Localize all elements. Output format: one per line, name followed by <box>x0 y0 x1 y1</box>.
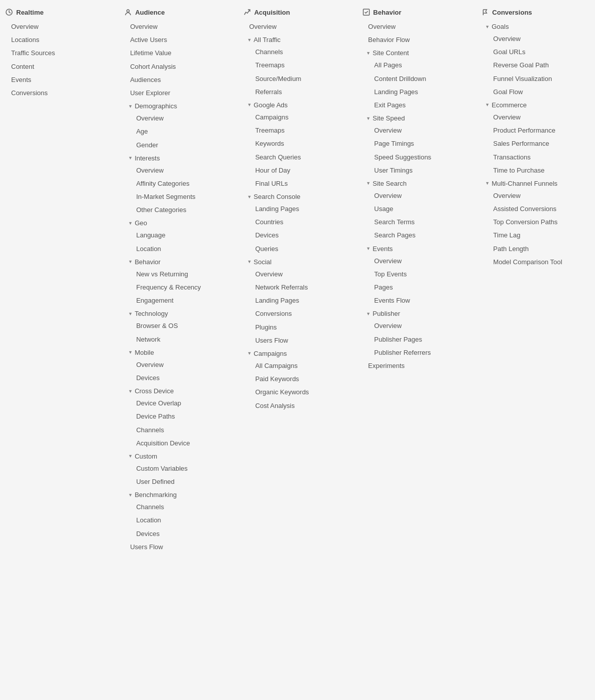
nav-item-publisher-referrers[interactable]: Publisher Referrers <box>362 346 471 359</box>
nav-item-model-comparison-tool[interactable]: Model Comparison Tool <box>481 256 590 269</box>
nav-item-top-events[interactable]: Top Events <box>362 268 471 281</box>
nav-item-user-explorer[interactable]: User Explorer <box>124 87 233 100</box>
subheader-behavior[interactable]: ▼Behavior <box>124 256 233 268</box>
nav-item-overview[interactable]: Overview <box>124 20 233 33</box>
nav-item-user-defined[interactable]: User Defined <box>124 475 233 488</box>
nav-item-affinity-categories[interactable]: Affinity Categories <box>124 177 233 190</box>
nav-item-treemaps[interactable]: Treemaps <box>243 124 352 137</box>
nav-item-content[interactable]: Content <box>5 60 114 73</box>
nav-item-locations[interactable]: Locations <box>5 33 114 47</box>
header-behavior[interactable]: Behavior <box>362 5 471 20</box>
nav-item-search-queries[interactable]: Search Queries <box>243 151 352 164</box>
nav-item-conversions[interactable]: Conversions <box>243 307 352 320</box>
nav-item-device-paths[interactable]: Device Paths <box>124 410 233 423</box>
subheader-cross-device[interactable]: ▼Cross Device <box>124 385 233 397</box>
subheader-technology[interactable]: ▼Technology <box>124 307 233 319</box>
nav-item-channels[interactable]: Channels <box>243 46 352 59</box>
nav-item-overview[interactable]: Overview <box>362 319 471 333</box>
nav-item-keywords[interactable]: Keywords <box>243 137 352 150</box>
nav-item-users-flow[interactable]: Users Flow <box>243 334 352 347</box>
nav-item-search-pages[interactable]: Search Pages <box>362 229 471 242</box>
nav-item-referrals[interactable]: Referrals <box>243 86 352 99</box>
nav-item-in-market-segments[interactable]: In-Market Segments <box>124 190 233 203</box>
nav-item-hour-of-day[interactable]: Hour of Day <box>243 164 352 177</box>
nav-item-events[interactable]: Events <box>5 73 114 87</box>
nav-item-goal-urls[interactable]: Goal URLs <box>481 46 590 59</box>
subheader-geo[interactable]: ▼Geo <box>124 217 233 229</box>
nav-item-queries[interactable]: Queries <box>243 242 352 256</box>
nav-item-experiments[interactable]: Experiments <box>362 359 471 373</box>
nav-item-overview[interactable]: Overview <box>481 32 590 46</box>
nav-item-transactions[interactable]: Transactions <box>481 151 590 164</box>
subheader-search-console[interactable]: ▼Search Console <box>243 190 352 202</box>
nav-item-device-overlap[interactable]: Device Overlap <box>124 397 233 410</box>
nav-item-users-flow[interactable]: Users Flow <box>124 541 233 554</box>
subheader-campaigns[interactable]: ▼Campaigns <box>243 347 352 359</box>
subheader-site-speed[interactable]: ▼Site Speed <box>362 112 471 124</box>
nav-item-all-pages[interactable]: All Pages <box>362 59 471 72</box>
subheader-ecommerce[interactable]: ▼Ecommerce <box>481 99 590 111</box>
nav-item-devices[interactable]: Devices <box>243 229 352 242</box>
nav-item-custom-variables[interactable]: Custom Variables <box>124 462 233 475</box>
nav-item-overview[interactable]: Overview <box>5 20 114 33</box>
nav-item-assisted-conversions[interactable]: Assisted Conversions <box>481 202 590 216</box>
nav-item-overview[interactable]: Overview <box>124 358 233 372</box>
nav-item-overview[interactable]: Overview <box>362 255 471 268</box>
subheader-events[interactable]: ▼Events <box>362 242 471 255</box>
nav-item-channels[interactable]: Channels <box>124 424 233 437</box>
nav-item-cost-analysis[interactable]: Cost Analysis <box>243 399 352 413</box>
subheader-benchmarking[interactable]: ▼Benchmarking <box>124 488 233 501</box>
subheader-goals[interactable]: ▼Goals <box>481 20 590 32</box>
nav-item-countries[interactable]: Countries <box>243 216 352 229</box>
nav-item-source/medium[interactable]: Source/Medium <box>243 72 352 86</box>
nav-item-publisher-pages[interactable]: Publisher Pages <box>362 333 471 346</box>
nav-item-speed-suggestions[interactable]: Speed Suggestions <box>362 151 471 164</box>
nav-item-usage[interactable]: Usage <box>362 202 471 216</box>
nav-item-all-campaigns[interactable]: All Campaigns <box>243 359 352 373</box>
nav-item-events-flow[interactable]: Events Flow <box>362 294 471 307</box>
nav-item-age[interactable]: Age <box>124 125 233 138</box>
nav-item-devices[interactable]: Devices <box>124 527 233 541</box>
subheader-multi-channel-funnels[interactable]: ▼Multi-Channel Funnels <box>481 177 590 189</box>
nav-item-new-vs-returning[interactable]: New vs Returning <box>124 268 233 281</box>
nav-item-sales-performance[interactable]: Sales Performance <box>481 137 590 150</box>
nav-item-overview[interactable]: Overview <box>362 20 471 33</box>
nav-item-overview[interactable]: Overview <box>243 268 352 281</box>
nav-item-overview[interactable]: Overview <box>362 189 471 202</box>
nav-item-language[interactable]: Language <box>124 229 233 242</box>
nav-item-content-drilldown[interactable]: Content Drilldown <box>362 72 471 86</box>
nav-item-page-timings[interactable]: Page Timings <box>362 137 471 150</box>
header-conversions[interactable]: Conversions <box>481 5 590 20</box>
nav-item-channels[interactable]: Channels <box>124 501 233 514</box>
nav-item-landing-pages[interactable]: Landing Pages <box>362 86 471 99</box>
nav-item-network-referrals[interactable]: Network Referrals <box>243 281 352 294</box>
nav-item-landing-pages[interactable]: Landing Pages <box>243 294 352 307</box>
nav-item-devices[interactable]: Devices <box>124 372 233 385</box>
nav-item-plugins[interactable]: Plugins <box>243 321 352 334</box>
nav-item-other-categories[interactable]: Other Categories <box>124 203 233 217</box>
nav-item-lifetime-value[interactable]: Lifetime Value <box>124 47 233 60</box>
nav-item-exit-pages[interactable]: Exit Pages <box>362 99 471 112</box>
nav-item-frequency-&-recency[interactable]: Frequency & Recency <box>124 281 233 294</box>
nav-item-cohort-analysis[interactable]: Cohort Analysis <box>124 60 233 73</box>
nav-item-final-urls[interactable]: Final URLs <box>243 177 352 190</box>
nav-item-search-terms[interactable]: Search Terms <box>362 216 471 229</box>
subheader-google-ads[interactable]: ▼Google Ads <box>243 99 352 111</box>
nav-item-path-length[interactable]: Path Length <box>481 242 590 256</box>
nav-item-overview[interactable]: Overview <box>481 189 590 202</box>
subheader-interests[interactable]: ▼Interests <box>124 152 233 164</box>
nav-item-behavior-flow[interactable]: Behavior Flow <box>362 33 471 47</box>
nav-item-campaigns[interactable]: Campaigns <box>243 111 352 124</box>
subheader-social[interactable]: ▼Social <box>243 256 352 268</box>
nav-item-pages[interactable]: Pages <box>362 281 471 294</box>
nav-item-funnel-visualization[interactable]: Funnel Visualization <box>481 72 590 86</box>
nav-item-overview[interactable]: Overview <box>481 111 590 124</box>
header-realtime[interactable]: Realtime <box>5 5 114 20</box>
header-acquisition[interactable]: Acquisition <box>243 5 352 20</box>
nav-item-location[interactable]: Location <box>124 514 233 527</box>
nav-item-gender[interactable]: Gender <box>124 139 233 152</box>
nav-item-reverse-goal-path[interactable]: Reverse Goal Path <box>481 59 590 72</box>
subheader-publisher[interactable]: ▼Publisher <box>362 307 471 319</box>
subheader-custom[interactable]: ▼Custom <box>124 450 233 462</box>
subheader-demographics[interactable]: ▼Demographics <box>124 100 233 112</box>
